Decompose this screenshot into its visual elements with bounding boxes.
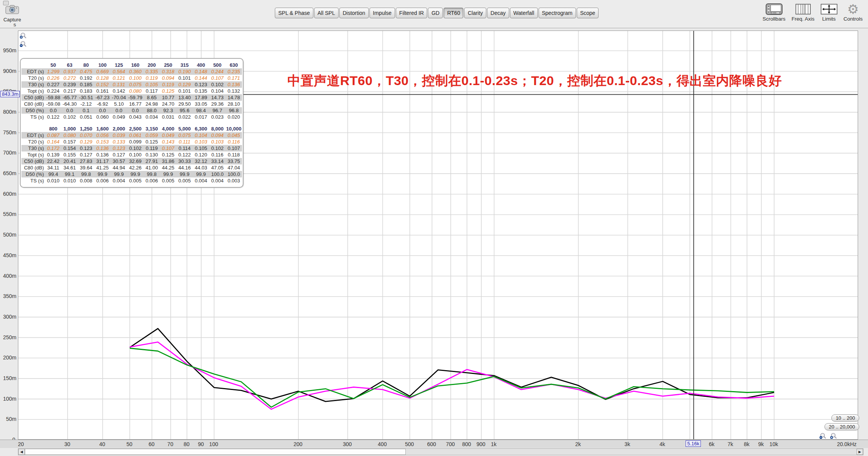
cell: 0.004: [193, 177, 209, 184]
tab-rt60[interactable]: RT60: [444, 8, 463, 18]
cell: 99.9: [160, 171, 176, 177]
cell: 30.33: [176, 158, 193, 164]
freq-header: 200: [144, 62, 160, 68]
table-row-topt-s: Topt (s)0.2240.2170.1830.1610.1420.0800.…: [21, 88, 242, 94]
tab-scope[interactable]: Scope: [577, 8, 599, 18]
freq-header: 10,000: [226, 126, 242, 132]
tab-spectrogram[interactable]: Spectrogram: [539, 8, 576, 18]
y-range-button[interactable]: 10 .. 200: [831, 414, 859, 422]
cell: 0.101: [176, 88, 193, 94]
cell: 0.154: [61, 145, 78, 151]
freq-header: 800: [45, 126, 61, 132]
tab-decay[interactable]: Decay: [487, 8, 509, 18]
tab-filtered-ir[interactable]: Filtered IR: [396, 8, 428, 18]
table-row-topt-s: Topt (s)0.1390.1550.1270.1360.1270.1000.…: [21, 151, 242, 158]
cell: 0.127: [78, 151, 94, 158]
cell: 99.4: [45, 171, 61, 177]
x-range-button[interactable]: 20 .. 20,000: [824, 423, 859, 430]
cell: 14.78: [226, 94, 242, 101]
cell: 0.117: [144, 88, 160, 94]
zoom-in-icon[interactable]: [19, 32, 27, 40]
cell: 0.125: [160, 151, 176, 158]
y-tick-label: 300m: [0, 314, 16, 320]
horizontal-scrollbar[interactable]: ◀ ▶: [18, 448, 863, 455]
scrollbars-button[interactable]: Scrollbars: [763, 3, 786, 22]
cell: 0.099: [127, 139, 144, 145]
cell: 0.153: [94, 139, 111, 145]
y-axis-unit-label: s: [8, 22, 16, 27]
cell: 32.12: [193, 158, 209, 164]
y-tick-label: 450m: [0, 252, 16, 258]
cell: 39.64: [78, 164, 94, 171]
tab-clarity[interactable]: Clarity: [464, 8, 486, 18]
cell: 0.116: [226, 139, 242, 145]
cell: 0.006: [94, 177, 111, 184]
cell: 0.119: [144, 75, 160, 81]
table-row-t30-s: T30 (s)0.2270.2390.1850.1520.1310.0750.1…: [21, 81, 242, 88]
x-tick-label: 50: [126, 441, 132, 447]
cell: 22.42: [45, 158, 61, 164]
cell: 96.8: [226, 107, 242, 114]
cell: 92.3: [160, 107, 176, 114]
tab-all-spl[interactable]: All SPL: [314, 8, 339, 18]
scrollbar-left-arrow[interactable]: ◀: [18, 449, 25, 455]
zoom-out-icon[interactable]: [819, 432, 827, 440]
y-tick-label: 550m: [0, 211, 16, 217]
freq-header: 8,000: [209, 126, 226, 132]
limits-button[interactable]: Limits: [821, 3, 837, 22]
tab-spl-phase[interactable]: SPL & Phase: [275, 8, 313, 18]
cell: 20.41: [61, 158, 78, 164]
cell: 0.139: [45, 151, 61, 158]
cell: 27.91: [144, 158, 160, 164]
freq-axis-button[interactable]: Freq. Axis: [792, 3, 815, 22]
capture-button[interactable]: Capture: [2, 5, 22, 23]
cell: 0.031: [160, 114, 176, 120]
tab-waterfall[interactable]: Waterfall: [510, 8, 538, 18]
zoom-in-icon[interactable]: [830, 432, 837, 440]
y-tick-label: 800m: [0, 109, 16, 115]
cell: 0.114: [176, 145, 193, 151]
cell: 0.119: [160, 81, 176, 88]
freq-header: 80: [78, 62, 94, 68]
cell: 0.937: [61, 68, 78, 75]
cell: -59.08: [45, 101, 61, 107]
cell: 0.130: [144, 151, 160, 158]
table-row-d50: D50 (%)99.499.199.899.999.999.999.899.99…: [21, 171, 242, 177]
cell: 44.25: [160, 164, 176, 171]
top-toolbar: Capture SPL & PhaseAll SPLDistortionImpu…: [0, 0, 868, 28]
y-tick-label: 250m: [0, 334, 16, 340]
y-tick-label: 600m: [0, 191, 16, 197]
table-row-c50-db: C50 (dB)22.4220.4127.8331.1730.5732.6927…: [21, 158, 242, 164]
tab-distortion[interactable]: Distortion: [339, 8, 369, 18]
cell: 99.8: [78, 171, 94, 177]
freq-header: 1,250: [78, 126, 94, 132]
cell: 0.103: [209, 139, 226, 145]
cell: 8.65: [144, 94, 160, 101]
cell: 10.77: [160, 94, 176, 101]
zoom-out-icon[interactable]: [19, 40, 27, 48]
cell: 0.100: [127, 151, 144, 158]
controls-button[interactable]: ⚙Controls: [844, 3, 863, 22]
table-row-d50: D50 (%)0.00.00.10.00.00.088.092.395.698.…: [21, 107, 242, 114]
scrollbar-thumb[interactable]: [25, 449, 406, 455]
scrollbars-icon: [766, 3, 782, 16]
cell: 0.155: [61, 151, 78, 158]
cell: 0.005: [176, 177, 193, 184]
tab-impulse[interactable]: Impulse: [369, 8, 395, 18]
cell: 0.004: [209, 177, 226, 184]
tab-gd[interactable]: GD: [428, 8, 443, 18]
cell: 0.010: [61, 177, 78, 184]
graph-tab-bar: SPL & PhaseAll SPLDistortionImpulseFilte…: [274, 8, 599, 18]
cell: 0.005: [127, 177, 144, 184]
cell: -67.23: [94, 94, 111, 101]
cell: 0.192: [78, 75, 94, 81]
y-tick-label: 950m: [0, 47, 16, 53]
cell: 0.043: [127, 114, 144, 120]
scrollbar-right-arrow[interactable]: ▶: [857, 449, 863, 455]
cell: 0.142: [111, 88, 127, 94]
cell: 0.122: [176, 151, 193, 158]
cell: 0.010: [45, 177, 61, 184]
cell: -59.79: [127, 94, 144, 101]
cell: 99.1: [61, 171, 78, 177]
x-tick-label: 900: [476, 441, 485, 447]
